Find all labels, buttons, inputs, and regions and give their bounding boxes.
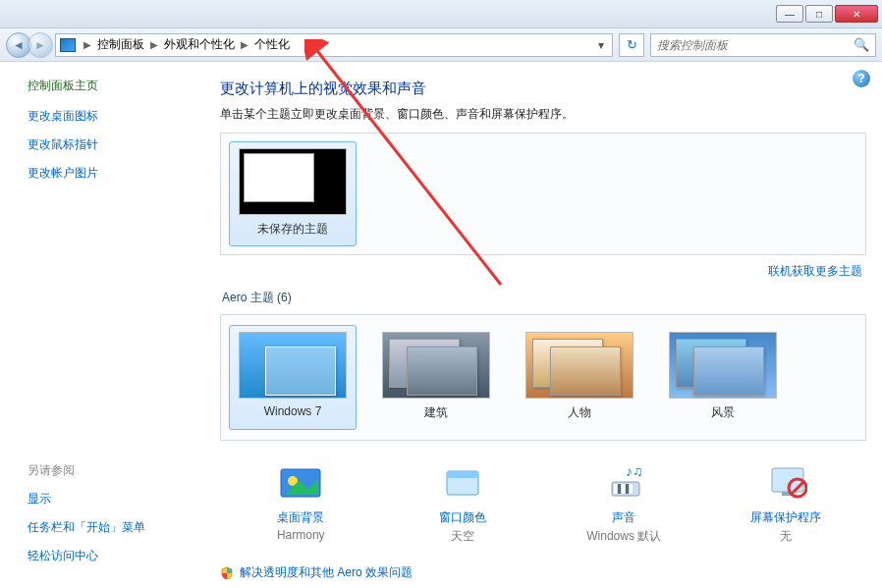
theme-label: 人物 <box>521 404 638 421</box>
chevron-right-icon: ▶ <box>239 39 250 50</box>
my-themes-section: 未保存的主题 <box>220 133 866 255</box>
theme-landscapes[interactable]: 风景 <box>659 325 787 430</box>
search-input[interactable] <box>657 38 854 52</box>
svg-rect-8 <box>622 484 625 494</box>
setting-label: 窗口颜色 <box>389 509 536 526</box>
close-button[interactable]: ✕ <box>835 5 878 23</box>
address-bar[interactable]: ▶ 控制面板 ▶ 外观和个性化 ▶ 个性化 ▾ <box>55 33 613 57</box>
setting-label: 桌面背景 <box>227 509 374 526</box>
forward-button[interactable]: ► <box>28 32 53 58</box>
get-more-themes-link[interactable]: 联机获取更多主题 <box>220 263 862 280</box>
page-title: 更改计算机上的视觉效果和声音 <box>220 80 866 98</box>
desktop-background-button[interactable]: 桌面背景 Harmony <box>227 464 374 545</box>
breadcrumb-control-panel[interactable]: 控制面板 <box>93 36 148 53</box>
window-color-icon <box>441 464 484 504</box>
setting-value: 天空 <box>389 528 536 545</box>
navigation-bar: ◄ ► ▶ 控制面板 ▶ 外观和个性化 ▶ 个性化 ▾ ↻ 🔍 <box>0 28 882 62</box>
sounds-button[interactable]: ♪♫ 声音 Windows 默认 <box>550 464 697 545</box>
theme-label: 未保存的主题 <box>234 221 352 238</box>
theme-architecture[interactable]: 建筑 <box>372 325 500 430</box>
theme-label: Windows 7 <box>234 404 352 418</box>
refresh-button[interactable]: ↻ <box>619 33 644 57</box>
screensaver-button[interactable]: 屏幕保护程序 无 <box>712 464 859 545</box>
theme-unsaved[interactable]: 未保存的主题 <box>229 141 357 246</box>
maximize-button[interactable]: □ <box>805 5 833 23</box>
minimize-button[interactable]: — <box>776 5 803 23</box>
theme-label: 建筑 <box>377 404 495 421</box>
sidebar: 控制面板主页 更改桌面图标 更改鼠标指针 更改帐户图片 另请参阅 显示 任务栏和… <box>0 62 196 588</box>
svg-rect-9 <box>626 484 629 494</box>
personalization-icon <box>60 38 76 52</box>
search-icon: 🔍 <box>854 37 869 52</box>
see-also-heading: 另请参阅 <box>28 462 185 479</box>
sidebar-link-mouse-pointers[interactable]: 更改鼠标指针 <box>28 136 185 153</box>
search-box[interactable]: 🔍 <box>650 33 876 57</box>
theme-windows7[interactable]: Windows 7 <box>229 325 357 430</box>
aero-troubleshoot-link[interactable]: 解决透明度和其他 Aero 效果问题 <box>220 564 866 581</box>
svg-text:♪♫: ♪♫ <box>626 464 643 479</box>
aero-themes-section: Windows 7 建筑 人物 <box>220 314 866 441</box>
theme-settings-row: 桌面背景 Harmony 窗口颜色 天空 ♪♫ 声音 Windows 默认 <box>220 464 866 545</box>
svg-rect-6 <box>614 484 617 494</box>
sidebar-link-desktop-icons[interactable]: 更改桌面图标 <box>28 108 185 125</box>
svg-rect-3 <box>447 471 478 478</box>
shield-icon <box>220 566 234 580</box>
breadcrumb-appearance[interactable]: 外观和个性化 <box>160 36 239 53</box>
help-icon[interactable]: ? <box>853 70 870 87</box>
aero-themes-heading: Aero 主题 (6) <box>222 290 866 306</box>
screensaver-icon <box>764 464 807 504</box>
sidebar-link-display[interactable]: 显示 <box>28 491 185 508</box>
theme-characters[interactable]: 人物 <box>516 325 643 430</box>
setting-value: Harmony <box>227 528 374 542</box>
sidebar-link-account-picture[interactable]: 更改帐户图片 <box>28 165 185 182</box>
breadcrumb-personalization[interactable]: 个性化 <box>250 36 294 53</box>
control-panel-home-link[interactable]: 控制面板主页 <box>28 78 185 94</box>
window-titlebar: — □ ✕ <box>0 0 882 28</box>
chevron-right-icon: ▶ <box>148 39 160 50</box>
sidebar-link-taskbar[interactable]: 任务栏和「开始」菜单 <box>28 519 185 536</box>
window-color-button[interactable]: 窗口颜色 天空 <box>389 464 536 545</box>
sound-icon: ♪♫ <box>602 464 645 504</box>
setting-value: Windows 默认 <box>550 528 697 545</box>
main-content: ? 更改计算机上的视觉效果和声音 单击某个主题立即更改桌面背景、窗口颜色、声音和… <box>196 62 882 588</box>
setting-value: 无 <box>712 528 859 545</box>
desktop-bg-icon <box>279 464 322 504</box>
troubleshoot-label: 解决透明度和其他 Aero 效果问题 <box>240 564 413 581</box>
setting-label: 屏幕保护程序 <box>712 509 859 526</box>
setting-label: 声音 <box>550 509 697 526</box>
svg-rect-7 <box>618 484 621 494</box>
theme-label: 风景 <box>664 404 782 421</box>
chevron-right-icon: ▶ <box>82 39 93 50</box>
page-subtitle: 单击某个主题立即更改桌面背景、窗口颜色、声音和屏幕保护程序。 <box>220 106 866 123</box>
svg-rect-10 <box>630 484 633 494</box>
sidebar-link-ease-of-access[interactable]: 轻松访问中心 <box>28 548 185 564</box>
address-dropdown-icon[interactable]: ▾ <box>594 38 608 52</box>
